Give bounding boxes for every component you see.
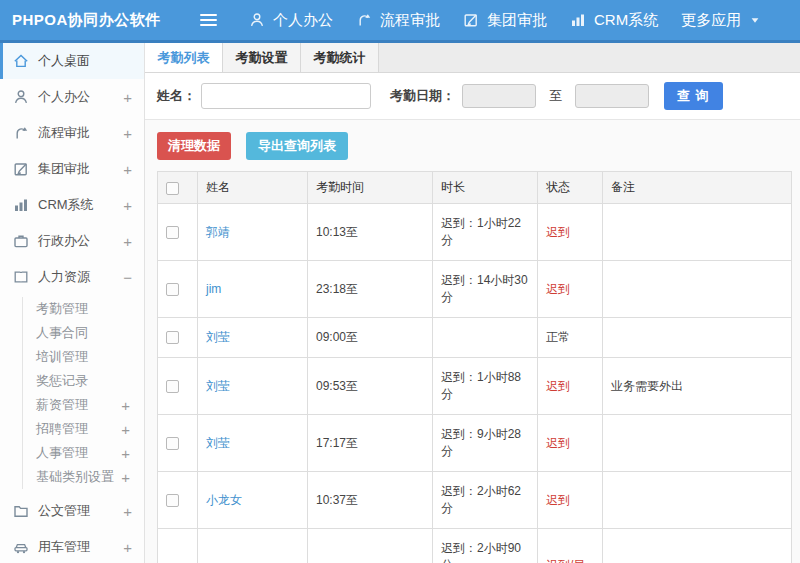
name-input[interactable] bbox=[201, 83, 371, 109]
employee-name-link[interactable]: 刘莹 bbox=[206, 379, 230, 393]
sidebar-subitem-reward-punishment-record[interactable]: 奖惩记录 bbox=[22, 369, 144, 393]
expand-plus-icon[interactable]: + bbox=[121, 422, 130, 437]
attendance-time-cell: 09:00至 bbox=[308, 318, 433, 358]
employee-name-link[interactable]: 郭靖 bbox=[206, 225, 230, 239]
sidebar-item-vehicle-management[interactable]: 用车管理+ bbox=[0, 529, 144, 563]
expand-plus-icon[interactable]: + bbox=[123, 504, 132, 519]
attendance-time-cell: 10:13至 bbox=[308, 204, 433, 261]
sidebar-subitem-salary-management[interactable]: 薪资管理+ bbox=[22, 393, 144, 417]
expand-plus-icon[interactable]: + bbox=[123, 198, 132, 213]
expand-plus-icon[interactable]: + bbox=[123, 234, 132, 249]
row-checkbox[interactable] bbox=[166, 494, 179, 507]
sidebar-item-label: CRM系统 bbox=[38, 196, 94, 214]
clean-data-button[interactable]: 清理数据 bbox=[157, 132, 231, 160]
row-checkbox[interactable] bbox=[166, 283, 179, 296]
attendance-time-cell: 09:53至 bbox=[308, 358, 433, 415]
date-to-input[interactable] bbox=[575, 84, 649, 108]
menu-toggle-button[interactable] bbox=[196, 7, 221, 33]
table-body: 郭靖10:13至迟到：1小时22分迟到jim23:18至迟到：14小时30分迟到… bbox=[158, 204, 792, 563]
employee-name-link[interactable]: 小龙女 bbox=[206, 493, 242, 507]
sidebar-item-human-resources[interactable]: 人力资源− bbox=[0, 259, 144, 295]
table-row: 刘莹17:17至迟到：9小时28分迟到 bbox=[158, 415, 792, 472]
duration-line: 迟到：9小时28分 bbox=[441, 426, 529, 460]
tab-attendance-list[interactable]: 考勤列表 bbox=[145, 43, 223, 72]
sidebar-subitem-personnel-management[interactable]: 人事管理+ bbox=[22, 441, 144, 465]
expand-plus-icon[interactable]: + bbox=[123, 126, 132, 141]
duration-cell: 迟到：1小时88分 bbox=[433, 358, 538, 415]
sidebar-subitem-label: 培训管理 bbox=[36, 348, 88, 366]
duration-line: 迟到：14小时30分 bbox=[441, 272, 529, 306]
expand-plus-icon[interactable]: + bbox=[121, 398, 130, 413]
expand-plus-icon[interactable]: + bbox=[123, 540, 132, 555]
edit-icon bbox=[463, 12, 479, 28]
employee-name-link[interactable]: jim bbox=[206, 282, 221, 296]
action-bar: 清理数据 导出查询列表 bbox=[145, 120, 800, 171]
sidebar-subitem-training-management[interactable]: 培训管理 bbox=[22, 345, 144, 369]
sidebar-item-crm-system[interactable]: CRM系统+ bbox=[0, 187, 144, 223]
status-text: 迟到 bbox=[546, 493, 570, 507]
table-header-cell: 备注 bbox=[603, 172, 792, 204]
name-cell: 小龙女 bbox=[198, 472, 308, 529]
nav-group-approval[interactable]: 集团审批 bbox=[461, 11, 549, 30]
date-from-input[interactable] bbox=[462, 84, 536, 108]
expand-plus-icon[interactable]: + bbox=[121, 470, 130, 485]
expand-plus-icon[interactable]: + bbox=[123, 162, 132, 177]
employee-name-link[interactable]: 刘莹 bbox=[206, 436, 230, 450]
checkbox-cell bbox=[158, 318, 198, 358]
name-cell: jim bbox=[198, 261, 308, 318]
tab-attendance-settings[interactable]: 考勤设置 bbox=[223, 43, 301, 72]
table-header-cell: 姓名 bbox=[198, 172, 308, 204]
checkbox-cell bbox=[158, 358, 198, 415]
name-cell: 刘莹 bbox=[198, 318, 308, 358]
sidebar-subitem-personnel-contract[interactable]: 人事合同 bbox=[22, 321, 144, 345]
tab-attendance-statistics[interactable]: 考勤统计 bbox=[301, 43, 379, 72]
home-icon bbox=[13, 53, 29, 69]
checkbox-cell bbox=[158, 204, 198, 261]
sidebar-item-document-management[interactable]: 公文管理+ bbox=[0, 493, 144, 529]
sidebar-item-personal-desktop[interactable]: 个人桌面 bbox=[0, 43, 144, 79]
select-all-checkbox[interactable] bbox=[166, 182, 179, 195]
attendance-time-cell: 23:18至 bbox=[308, 261, 433, 318]
nav-workflow-approval[interactable]: 流程审批 bbox=[354, 11, 442, 30]
row-checkbox[interactable] bbox=[166, 331, 179, 344]
expand-plus-icon[interactable]: + bbox=[123, 90, 132, 105]
status-text: 迟到/早退 bbox=[546, 558, 585, 563]
duration-line: 迟到：1小时88分 bbox=[441, 369, 529, 403]
name-cell: 刘莹 bbox=[198, 358, 308, 415]
sidebar-item-label: 用车管理 bbox=[38, 538, 90, 556]
sidebar-item-personal-office[interactable]: 个人办公+ bbox=[0, 79, 144, 115]
sidebar-subitem-label: 基础类别设置 bbox=[36, 468, 114, 486]
sidebar-item-group-approval[interactable]: 集团审批+ bbox=[0, 151, 144, 187]
row-checkbox[interactable] bbox=[166, 380, 179, 393]
nav-crm-system[interactable]: CRM系统 bbox=[568, 11, 660, 30]
search-button[interactable]: 查 询 bbox=[664, 82, 723, 110]
duration-cell: 迟到：9小时28分 bbox=[433, 415, 538, 472]
top-bar: PHPOA协同办公软件 个人办公流程审批集团审批CRM系统更多应用 bbox=[0, 0, 800, 43]
nav-more-apps[interactable]: 更多应用 bbox=[679, 11, 763, 30]
collapse-minus-icon[interactable]: − bbox=[123, 270, 132, 285]
export-list-button[interactable]: 导出查询列表 bbox=[246, 132, 348, 160]
sidebar-item-label: 个人办公 bbox=[38, 88, 90, 106]
sidebar-item-admin-office[interactable]: 行政办公+ bbox=[0, 223, 144, 259]
employee-name-link[interactable]: 刘莹 bbox=[206, 330, 230, 344]
expand-plus-icon[interactable]: + bbox=[121, 446, 130, 461]
nav-personal-office[interactable]: 个人办公 bbox=[247, 11, 335, 30]
status-text: 迟到 bbox=[546, 436, 570, 450]
nav-label: 个人办公 bbox=[273, 11, 333, 30]
sidebar-item-workflow-approval[interactable]: 流程审批+ bbox=[0, 115, 144, 151]
tab-label: 考勤列表 bbox=[158, 49, 210, 67]
sidebar-subitem-attendance-management[interactable]: 考勤管理 bbox=[22, 297, 144, 321]
briefcase-icon bbox=[13, 233, 29, 249]
sidebar-subitem-label: 薪资管理 bbox=[36, 396, 88, 414]
row-checkbox[interactable] bbox=[166, 437, 179, 450]
edit-icon bbox=[13, 161, 29, 177]
note-cell bbox=[603, 204, 792, 261]
row-checkbox[interactable] bbox=[166, 226, 179, 239]
sidebar-subitem-basic-category-settings[interactable]: 基础类别设置+ bbox=[22, 465, 144, 489]
status-text: 迟到 bbox=[546, 379, 570, 393]
sidebar-item-label: 行政办公 bbox=[38, 232, 90, 250]
sidebar-subitem-recruitment-management[interactable]: 招聘管理+ bbox=[22, 417, 144, 441]
sidebar-subitem-label: 奖惩记录 bbox=[36, 372, 88, 390]
status-cell: 迟到/早退 bbox=[538, 529, 603, 563]
book-icon bbox=[13, 269, 29, 285]
